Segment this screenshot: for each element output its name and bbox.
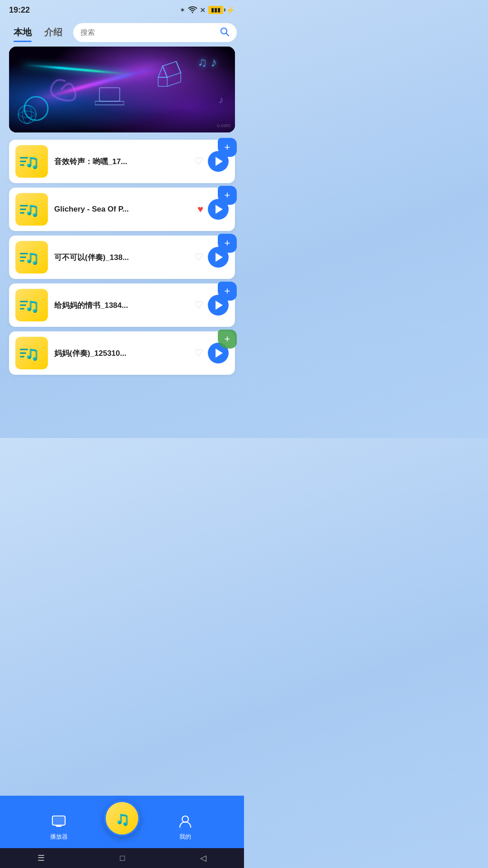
svg-line-4 xyxy=(176,61,181,73)
svg-rect-14 xyxy=(99,88,120,101)
add-btn-1[interactable]: + xyxy=(218,138,237,157)
song-card-3: ♫ 可不可以(伴奏)_138... ♡ + xyxy=(9,236,235,279)
music-note-decoration: ♫ ♪ xyxy=(197,55,217,70)
song-card-1: ♫ 音效铃声：哟嘿_17... ♡ + xyxy=(9,140,235,183)
battery-icon: ▮▮▮ xyxy=(208,6,223,14)
search-bar[interactable] xyxy=(73,23,237,42)
like-btn-1[interactable]: ♡ xyxy=(194,156,203,167)
song-title-3: 可不可以(伴奏)_138... xyxy=(54,252,194,263)
song-list: ♫ 音效铃声：哟嘿_17... ♡ + ♫ xyxy=(0,140,244,375)
search-icon[interactable] xyxy=(220,27,230,38)
neon-ball xyxy=(16,103,38,126)
add-btn-3[interactable]: + xyxy=(218,234,237,253)
svg-point-12 xyxy=(18,105,36,123)
song-thumbnail-4: ♫ xyxy=(15,289,48,321)
song-title-4: 给妈妈的情书_1384... xyxy=(54,300,194,311)
search-input[interactable] xyxy=(80,28,216,37)
status-icons: ✶ ✕ ▮▮▮ ⚡ xyxy=(180,6,235,14)
svg-marker-3 xyxy=(158,66,167,77)
banner-inner: ♫ ♪ ♪ xyxy=(9,47,235,132)
tab-bar: 本地 介绍 xyxy=(0,18,244,47)
neon-laptop xyxy=(95,85,124,110)
like-btn-4[interactable]: ♡ xyxy=(194,299,203,311)
svg-point-13 xyxy=(23,105,32,123)
song-title-5: 妈妈(伴奏)_125310... xyxy=(54,348,194,359)
wifi-icon xyxy=(188,6,197,14)
banner: ♫ ♪ ♪ xyxy=(9,47,235,132)
song-thumbnail-3: ♫ xyxy=(15,241,48,274)
like-btn-5[interactable]: ♡ xyxy=(194,347,203,359)
like-btn-3[interactable]: ♡ xyxy=(194,251,203,263)
status-bar: 19:22 ✶ ✕ ▮▮▮ ⚡ xyxy=(0,0,244,18)
neon-cube xyxy=(154,57,185,90)
tab-intro[interactable]: 介绍 xyxy=(38,23,69,42)
content-area: ♫ ♪ ♪ xyxy=(0,47,244,438)
song-card-2: ♫ Glichery - Sea Of P... ♥ + xyxy=(9,188,235,231)
song-title-1: 音效铃声：哟嘿_17... xyxy=(54,156,194,167)
notification-icon: ✕ xyxy=(200,6,206,14)
song-thumbnail-1: ♫ xyxy=(15,145,48,178)
tab-local[interactable]: 本地 xyxy=(7,23,38,42)
svg-line-1 xyxy=(226,33,229,36)
song-thumbnail-5: ♫ xyxy=(15,337,48,369)
song-title-2: Glichery - Sea Of P... xyxy=(54,205,197,214)
charging-icon: ⚡ xyxy=(226,6,235,14)
svg-rect-15 xyxy=(95,101,124,105)
add-btn-4[interactable]: + xyxy=(218,282,237,301)
song-card-5: ♫ 妈妈(伴奏)_125310... ♡ + xyxy=(9,331,235,375)
song-card-4: ♫ 给妈妈的情书_1384... ♡ + xyxy=(9,283,235,327)
neon-swirl xyxy=(43,72,79,110)
song-thumbnail-2: ♫ xyxy=(15,193,48,226)
music-note-decoration-2: ♪ xyxy=(219,94,224,106)
svg-line-10 xyxy=(167,82,181,86)
add-btn-2[interactable]: + xyxy=(218,186,237,205)
bluetooth-icon: ✶ xyxy=(180,6,185,14)
like-btn-2[interactable]: ♥ xyxy=(197,203,203,215)
svg-marker-2 xyxy=(163,61,181,77)
banner-watermark: u.com xyxy=(217,123,230,128)
add-btn-5[interactable]: + xyxy=(218,330,237,349)
status-time: 19:22 xyxy=(9,5,30,15)
